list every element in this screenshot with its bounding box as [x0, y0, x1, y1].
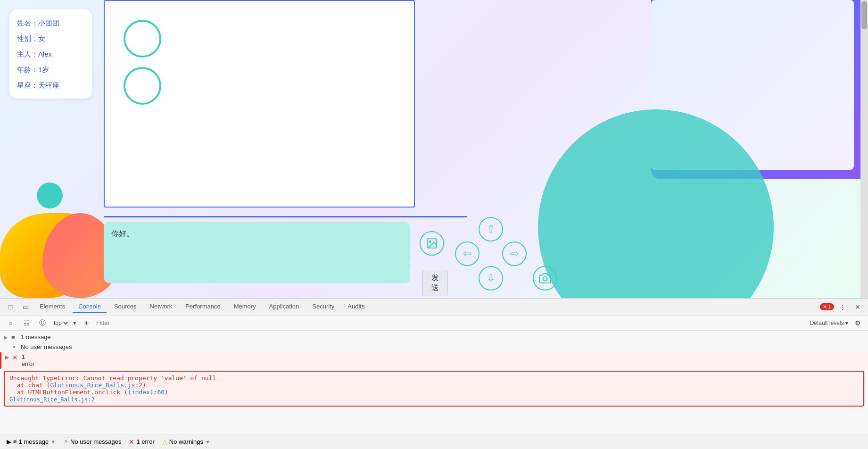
tab-audits[interactable]: Audits [342, 301, 370, 313]
dropdown-arrow-icon: ▼ [72, 320, 77, 326]
error-detail-box: Uncaught TypeError: Cannot read property… [4, 371, 864, 407]
app-area: 姓名：小团团 性别：女 主人：Alex 年龄：1岁 星座：天秤座 你好。 ⇧ ⇦ [0, 0, 868, 298]
age-label: 年龄：1岁 [17, 65, 84, 75]
right-button[interactable]: ⇨ [502, 241, 527, 266]
tab-sources[interactable]: Sources [108, 301, 142, 313]
error-count-text: 1 error [22, 353, 34, 367]
chat-separator-line [104, 216, 467, 217]
tab-network[interactable]: Network [144, 301, 178, 313]
filter-button[interactable]: ☷ [20, 316, 33, 330]
clear-console-button[interactable]: ○ [4, 316, 17, 330]
tab-performance[interactable]: Performance [180, 301, 226, 313]
chat-input[interactable]: 你好。 [111, 229, 403, 275]
error-status[interactable]: ✕ 1 error [126, 437, 157, 447]
levels-selector[interactable]: Default levels ▾ [810, 320, 848, 326]
close-devtools-button[interactable]: ✕ [851, 300, 864, 314]
no-user-messages-status-text: No user messages [70, 438, 121, 445]
tab-close-area: ✕ 1 ⋮ ✕ [820, 300, 864, 314]
chat-circle-2 [124, 67, 161, 105]
chevron-right-icon: ⇨ [510, 248, 519, 260]
error-count-badge: ✕ 1 [820, 303, 834, 310]
block-button[interactable]: Ⓒ [36, 316, 49, 330]
up-button[interactable]: ⇧ [479, 217, 503, 241]
error-line-2: at chat (Glutinous_Rice_Balls.js:2) [9, 382, 859, 389]
error-link-2[interactable]: (index):60 [128, 389, 165, 396]
chevron-down-icon: ⇩ [487, 272, 495, 284]
svg-point-1 [430, 241, 431, 242]
error-status-icon: ✕ [129, 438, 134, 446]
info-card: 姓名：小团团 性别：女 主人：Alex 年龄：1岁 星座：天秤座 [9, 9, 92, 99]
console-settings-button[interactable]: ⚙ [851, 316, 864, 330]
user-icon: ⚬ [11, 343, 21, 351]
chat-messages [105, 1, 414, 207]
error-line-1: Uncaught TypeError: Cannot read property… [9, 374, 859, 382]
no-warnings-text: No warnings [169, 438, 203, 445]
image-button[interactable] [420, 231, 444, 256]
left-button[interactable]: ⇦ [455, 241, 479, 266]
tab-application[interactable]: Application [264, 301, 305, 313]
chat-container [104, 0, 415, 208]
console-toolbar: ○ ☷ Ⓒ top ▼ ☀ Default levels ▾ ⚙ [0, 316, 868, 331]
message-group-row[interactable]: ▶ ≡ 1 message [0, 333, 868, 342]
tab-console[interactable]: Console [73, 301, 107, 313]
devtools-tab-bar: □ ▭ Elements Console Sources Network Per… [0, 299, 868, 316]
user-messages-status[interactable]: ⚬ No user messages [60, 437, 124, 446]
zodiac-label: 星座：天秤座 [17, 80, 84, 90]
devtools-inspect-button[interactable]: □ [4, 300, 17, 314]
no-user-messages-text: No user messages [21, 343, 864, 350]
context-selector[interactable]: top [52, 319, 69, 327]
tab-memory[interactable]: Memory [228, 301, 262, 313]
tab-security[interactable]: Security [306, 301, 340, 313]
scrollbar[interactable] [860, 0, 868, 298]
warning-status[interactable]: △ No warnings ▼ [159, 437, 213, 447]
tab-elements[interactable]: Elements [34, 301, 71, 313]
error-icon: ✕ [12, 353, 21, 361]
warning-status-icon: △ [162, 438, 167, 446]
devtools-device-button[interactable]: ▭ [19, 300, 32, 314]
chat-input-area: 你好。 [104, 222, 410, 283]
bg-small-teal [37, 183, 63, 208]
gender-label: 性别：女 [17, 33, 84, 43]
down-button[interactable]: ⇩ [479, 266, 503, 291]
messages-status[interactable]: ▶ ≡ 1 message ▼ [4, 437, 58, 446]
user-status-icon: ⚬ [63, 438, 68, 445]
svg-point-2 [543, 277, 547, 281]
send-button[interactable]: 发送 [422, 270, 448, 296]
message-group-text: 1 message [21, 333, 864, 341]
console-messages-area: ▶ ≡ 1 message ⚬ No user messages ▶ ✕ 1 e… [0, 331, 868, 434]
expand-status-icon: ▶ [7, 438, 11, 445]
error-expand-icon: ▶ [5, 353, 12, 360]
devtools-status-bar: ▶ ≡ 1 message ▼ ⚬ No user messages ✕ 1 e… [0, 434, 868, 449]
filter-input[interactable] [96, 319, 807, 326]
expand-spacer [4, 343, 11, 344]
chevron-left-icon: ⇦ [463, 248, 471, 260]
name-label: 姓名：小团团 [17, 18, 84, 28]
messages-icon: ≡ [13, 438, 17, 445]
error-source-link[interactable]: Glutinous_Rice_Balls.js:2 [9, 396, 95, 403]
devtools-panel: □ ▭ Elements Console Sources Network Per… [0, 298, 868, 449]
expand-icon: ▶ [4, 333, 11, 341]
error-link-1[interactable]: Glutinous_Rice_Balls.js [50, 382, 135, 389]
error-group-row[interactable]: ▶ ✕ 1 error [0, 352, 868, 369]
eye-button[interactable]: ☀ [80, 316, 93, 330]
scrollbar-thumb[interactable] [861, 1, 867, 29]
error-status-text: 1 error [136, 438, 154, 445]
chat-circle-1 [124, 20, 161, 58]
owner-label: 主人：Alex [17, 49, 84, 59]
error-line-3: at HTMLButtonElement.onclick ((index):60… [9, 389, 859, 396]
more-options-button[interactable]: ⋮ [836, 300, 849, 314]
no-user-messages-row[interactable]: ⚬ No user messages [0, 342, 868, 352]
camera-button[interactable] [533, 266, 557, 291]
chevron-up-icon: ⇧ [487, 223, 495, 235]
messages-count-text: 1 message [19, 438, 49, 445]
list-icon: ≡ [11, 333, 21, 341]
